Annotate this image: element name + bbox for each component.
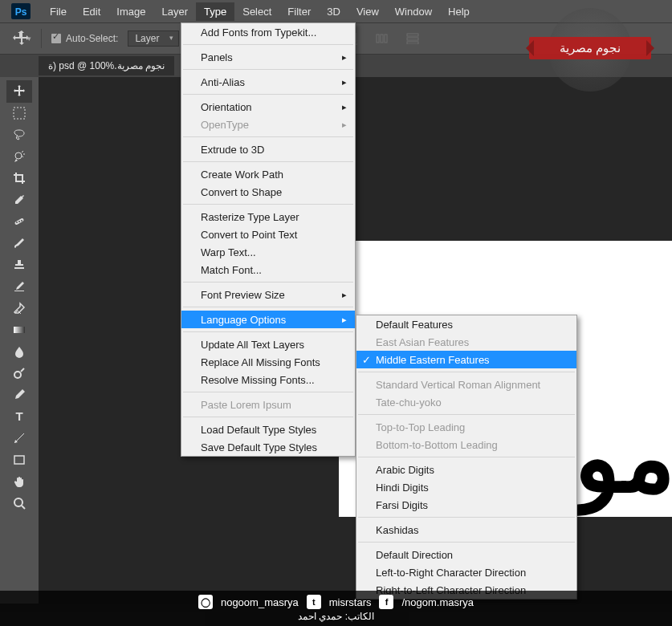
menuitem-rasterize-type-layer[interactable]: Rasterize Type Layer (181, 208, 355, 226)
menu-help[interactable]: Help (440, 2, 478, 21)
menuitem-bottom-to-bottom-leading: Bottom-to-Bottom Leading (356, 436, 576, 453)
menuitem-east-asian-features: East Asian Features (356, 333, 576, 351)
blur-tool-icon[interactable] (6, 340, 32, 363)
menuitem-add-fonts-from-typekit[interactable]: Add Fonts from Typekit... (181, 23, 355, 41)
menuitem-middle-eastern-features[interactable]: Middle Eastern Features (356, 351, 576, 368)
menuitem-farsi-digits[interactable]: Farsi Digits (356, 496, 576, 514)
marquee-tool-icon[interactable] (6, 102, 32, 124)
text-layer-content: مو (574, 435, 672, 483)
menuitem-orientation[interactable]: Orientation (181, 98, 355, 116)
hand-tool-icon[interactable] (6, 470, 32, 493)
menuitem-top-to-top-leading: Top-to-Top Leading (356, 418, 576, 436)
stamp-tool-icon[interactable] (6, 254, 32, 276)
svg-point-11 (16, 222, 18, 223)
menuitem-warp-text[interactable]: Warp Text... (181, 243, 355, 261)
quickselect-tool-icon[interactable] (6, 145, 32, 168)
tool-palette: T (0, 77, 39, 604)
menuitem-font-preview-size[interactable]: Font Preview Size (181, 286, 355, 303)
menu-file[interactable]: File (42, 2, 75, 21)
menuitem-default-direction[interactable]: Default Direction (356, 546, 576, 563)
svg-point-9 (15, 152, 22, 159)
lasso-tool-icon[interactable] (6, 124, 32, 146)
menu-window[interactable]: Window (387, 2, 440, 21)
menuitem-update-all-text-layers[interactable]: Update All Text Layers (181, 335, 355, 353)
brush-tool-icon[interactable] (6, 232, 32, 254)
type-menu-dropdown: Add Fonts from Typekit...PanelsAnti-Alia… (181, 22, 356, 457)
move-tool-indicator-icon: ▾ (13, 30, 31, 47)
instagram-handle: nogoom_masrya (221, 596, 299, 608)
footer-overlay: ◯ nogoom_masrya t misrstars f /nogom.mas… (0, 591, 672, 626)
document-tab[interactable]: نجوم مصرية.psd @ 100% (ة (39, 56, 174, 75)
menuitem-tate-chu-yoko: Tate-chu-yoko (356, 393, 576, 411)
menu-filter[interactable]: Filter (279, 2, 319, 21)
ps-logo-icon: Ps (11, 3, 31, 19)
language-options-submenu: Default FeaturesEast Asian FeaturesMiddl… (356, 315, 577, 600)
facebook-handle: /nogom.masrya (401, 596, 474, 608)
zoom-tool-icon[interactable] (6, 492, 32, 514)
menuitem-arabic-digits[interactable]: Arabic Digits (356, 461, 576, 478)
menuitem-load-default-type-styles[interactable]: Load Default Type Styles (181, 421, 355, 438)
menuitem-anti-alias[interactable]: Anti-Alias (181, 73, 355, 91)
menuitem-convert-to-shape[interactable]: Convert to Shape (181, 183, 355, 201)
gradient-tool-icon[interactable] (6, 319, 32, 341)
menuitem-create-work-path[interactable]: Create Work Path (181, 165, 355, 183)
menuitem-left-to-right-character-direction[interactable]: Left-to-Right Character Direction (356, 563, 576, 581)
menuitem-convert-to-point-text[interactable]: Convert to Point Text (181, 226, 355, 243)
menuitem-paste-lorem-ipsum: Paste Lorem Ipsum (181, 396, 355, 413)
menuitem-language-options[interactable]: Language Options (181, 311, 355, 328)
distribute-icon (402, 30, 423, 47)
path-tool-icon[interactable] (6, 427, 32, 449)
move-tool-icon[interactable] (6, 80, 32, 103)
menuitem-panels[interactable]: Panels (181, 48, 355, 66)
svg-rect-17 (14, 456, 24, 464)
svg-point-18 (14, 498, 22, 506)
menuitem-kashidas[interactable]: Kashidas (356, 521, 576, 539)
svg-point-13 (21, 220, 22, 222)
dodge-tool-icon[interactable] (6, 362, 32, 384)
healing-tool-icon[interactable] (6, 210, 32, 233)
svg-rect-8 (14, 108, 25, 119)
svg-rect-6 (407, 38, 418, 40)
eyedropper-tool-icon[interactable] (6, 189, 32, 211)
menuitem-replace-all-missing-fonts[interactable]: Replace All Missing Fonts (181, 353, 355, 371)
twitter-icon: t (307, 595, 321, 609)
svg-rect-5 (407, 34, 418, 36)
menuitem-save-default-type-styles[interactable]: Save Default Type Styles (181, 438, 355, 456)
svg-rect-0 (11, 3, 31, 19)
crop-tool-icon[interactable] (6, 167, 32, 189)
svg-rect-4 (385, 35, 387, 43)
menuitem-extrude-to-3d[interactable]: Extrude to 3D (181, 140, 355, 158)
distribute-icon (372, 30, 393, 47)
twitter-handle: misrstars (329, 596, 372, 608)
facebook-icon: f (379, 595, 393, 609)
svg-point-15 (14, 372, 21, 378)
menu-layer[interactable]: Layer (154, 2, 197, 21)
auto-select-target-combo[interactable]: Layer (128, 30, 179, 47)
menuitem-opentype: OpenType (181, 116, 355, 133)
author-credit: الكاتب: حمدي احمد (298, 611, 374, 622)
svg-rect-14 (14, 327, 25, 333)
menu-select[interactable]: Select (234, 2, 279, 21)
auto-select-checkbox[interactable]: Auto-Select: (51, 33, 118, 44)
menu-view[interactable]: View (348, 2, 387, 21)
rectangle-tool-icon[interactable] (6, 449, 32, 471)
svg-rect-10 (14, 217, 24, 225)
menuitem-match-font[interactable]: Match Font... (181, 261, 355, 278)
instagram-icon: ◯ (198, 595, 213, 609)
menubar: Ps FileEditImageLayerTypeSelectFilter3DV… (0, 0, 672, 22)
menu-3d[interactable]: 3D (319, 2, 348, 21)
eraser-tool-icon[interactable] (6, 297, 32, 319)
history-tool-icon[interactable] (6, 275, 32, 298)
svg-text:Ps: Ps (15, 6, 27, 18)
menuitem-hindi-digits[interactable]: Hindi Digits (356, 478, 576, 496)
menu-type[interactable]: Type (196, 2, 234, 21)
pen-tool-icon[interactable] (6, 384, 32, 406)
menuitem-standard-vertical-roman-alignment: Standard Vertical Roman Alignment (356, 376, 576, 393)
menuitem-default-features[interactable]: Default Features (356, 315, 576, 333)
menu-edit[interactable]: Edit (75, 2, 108, 21)
svg-rect-7 (407, 42, 418, 44)
menuitem-resolve-missing-fonts[interactable]: Resolve Missing Fonts... (181, 371, 355, 388)
svg-rect-2 (377, 35, 379, 43)
menu-image[interactable]: Image (108, 2, 153, 21)
type-tool-icon[interactable]: T (6, 405, 32, 428)
